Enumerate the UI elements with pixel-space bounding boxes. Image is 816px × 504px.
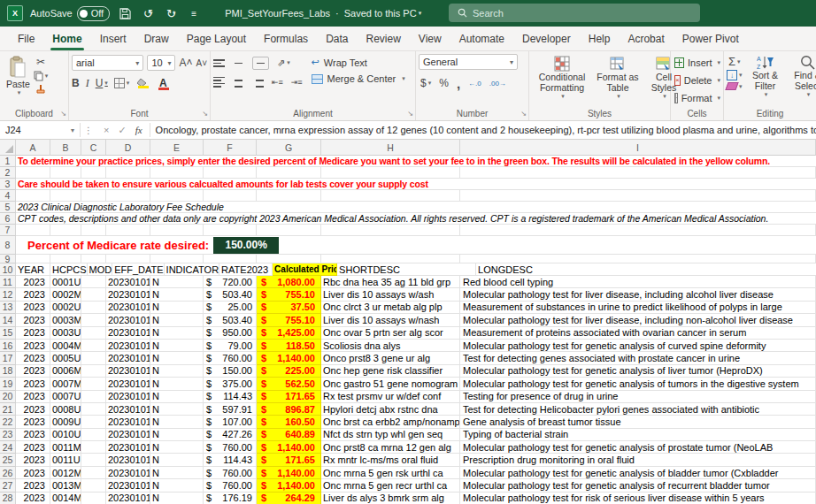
cell-A13[interactable]: 2023 xyxy=(16,302,50,314)
cell-I24[interactable]: Molecular pathology test for genetic ana… xyxy=(460,441,816,454)
insert-function-icon[interactable]: fx xyxy=(135,125,142,135)
row-header-24[interactable]: 24 xyxy=(0,441,16,454)
tab-automate[interactable]: Automate xyxy=(450,28,513,50)
row-header-13[interactable]: 13 xyxy=(0,302,16,314)
orientation-icon[interactable]: ⇗ xyxy=(277,57,290,69)
cell-F19[interactable]: $375.00 xyxy=(204,378,257,390)
cell-E28[interactable]: N xyxy=(150,493,204,504)
tab-data[interactable]: Data xyxy=(317,28,357,50)
cell-C11[interactable] xyxy=(81,276,106,288)
cell-F14[interactable]: $503.40 xyxy=(204,314,257,326)
cell-I22[interactable]: Gene analysis of breast tumor tissue xyxy=(460,416,816,428)
tab-power-pivot[interactable]: Power Pivot xyxy=(674,28,748,50)
cell-C26[interactable] xyxy=(81,467,106,479)
cell-B13[interactable]: 0002U xyxy=(50,302,81,314)
cell-B17[interactable]: 0005U xyxy=(50,352,81,364)
tab-review[interactable]: Review xyxy=(357,28,409,50)
sort-filter-button[interactable]: AZ Sort & Filter xyxy=(746,54,785,106)
cell-A8[interactable]: Percent of Medicare rate desired:150.00% xyxy=(16,236,816,255)
cell-G17[interactable]: $1,140.00 xyxy=(257,352,321,364)
cell-E16[interactable]: N xyxy=(150,340,204,352)
cell-A18[interactable]: 2023 xyxy=(16,365,50,378)
cell-C12[interactable] xyxy=(81,288,106,301)
cell-B2[interactable] xyxy=(50,167,81,179)
cell-D18[interactable]: 20230101 xyxy=(106,365,150,378)
cell-G28[interactable]: $264.29 xyxy=(257,493,321,504)
column-header-C[interactable]: C xyxy=(81,140,106,156)
cell-G21[interactable]: $896.87 xyxy=(257,403,321,416)
redo-icon[interactable]: ↻▾ xyxy=(163,5,179,21)
cell-I21[interactable]: Test for detecting Helicobacter pylori g… xyxy=(460,403,816,416)
cell-C16[interactable] xyxy=(81,340,106,352)
cell-G4[interactable] xyxy=(257,190,321,202)
cell-E7[interactable] xyxy=(150,225,204,236)
cell-C19[interactable] xyxy=(81,378,106,390)
cell-D2[interactable] xyxy=(106,167,150,179)
cell-C4[interactable] xyxy=(81,190,106,202)
format-cells-button[interactable]: Format xyxy=(674,89,720,106)
column-header-F[interactable]: F xyxy=(204,140,257,156)
comma-format-icon[interactable]: , xyxy=(457,76,460,91)
cell-A25[interactable]: 2023 xyxy=(16,454,50,466)
cell-A28[interactable]: 2023 xyxy=(16,493,50,504)
cell-E21[interactable]: N xyxy=(150,403,204,416)
tab-file[interactable]: File xyxy=(9,28,43,50)
cell-F25[interactable]: $114.43 xyxy=(204,454,257,466)
row-header-8[interactable]: 8 xyxy=(0,236,16,255)
column-header-G[interactable]: G xyxy=(257,140,321,156)
cell-F2[interactable] xyxy=(204,167,257,179)
cell-G10[interactable]: Calculated Price xyxy=(273,263,337,276)
cell-B20[interactable]: 0007U xyxy=(50,391,81,403)
clipboard-dialog-launcher-icon[interactable]: ↘ xyxy=(60,111,66,118)
format-painter-icon[interactable] xyxy=(34,84,49,95)
cell-E15[interactable]: N xyxy=(150,327,204,340)
cell-D14[interactable]: 20230101 xyxy=(106,314,150,326)
cell-A19[interactable]: 2023 xyxy=(16,378,50,390)
cell-F9[interactable] xyxy=(204,255,257,263)
cell-E13[interactable]: N xyxy=(150,302,204,314)
percent-value-box[interactable]: 150.00% xyxy=(213,237,279,254)
cell-I4[interactable] xyxy=(460,190,816,202)
cell-G7[interactable] xyxy=(257,225,321,236)
cell-A27[interactable]: 2023 xyxy=(16,479,50,492)
row-header-3[interactable]: 3 xyxy=(0,179,16,190)
cell-H10[interactable]: SHORTDESC xyxy=(337,263,476,276)
tab-help[interactable]: Help xyxy=(580,28,620,50)
cell-F10[interactable]: RATE2023 xyxy=(219,263,273,276)
cell-I25[interactable]: Prescription drug monitoring in oral flu… xyxy=(460,454,816,466)
cell-D10[interactable]: EFF_DATE xyxy=(112,263,164,276)
enter-icon[interactable]: ✓ xyxy=(118,125,126,136)
cell-F18[interactable]: $150.00 xyxy=(204,365,257,378)
cell-D4[interactable] xyxy=(106,190,150,202)
cell-D24[interactable]: 20230101 xyxy=(106,441,150,454)
cell-H22[interactable]: Onc brst ca erbb2 amp/nonamp xyxy=(321,416,460,428)
cell-H12[interactable]: Liver dis 10 assays w/ash xyxy=(321,288,460,301)
insert-cells-button[interactable]: Insert xyxy=(674,54,720,71)
cell-F13[interactable]: $25.00 xyxy=(204,302,257,314)
cell-G9[interactable] xyxy=(257,255,321,263)
row-header-6[interactable]: 6 xyxy=(0,213,16,225)
cell-G20[interactable]: $171.65 xyxy=(257,391,321,403)
row-header-1[interactable]: 1 xyxy=(0,156,16,167)
cell-F26[interactable]: $760.00 xyxy=(204,467,257,479)
cell-I13[interactable]: Measurement of substances in urine to pr… xyxy=(460,302,816,314)
column-header-D[interactable]: D xyxy=(106,140,150,156)
cell-C2[interactable] xyxy=(81,167,106,179)
cell-E25[interactable]: N xyxy=(150,454,204,466)
cell-H24[interactable]: Onc prst8 ca mrna 12 gen alg xyxy=(321,441,460,454)
align-bottom-icon[interactable] xyxy=(252,57,269,70)
cell-C13[interactable] xyxy=(81,302,106,314)
row-header-7[interactable]: 7 xyxy=(0,225,16,236)
delete-cells-button[interactable]: ×Delete xyxy=(674,72,720,88)
search-input[interactable]: Search xyxy=(449,4,700,22)
cell-H15[interactable]: Onc ovar 5 prtn ser alg scor xyxy=(321,327,460,340)
row-header-19[interactable]: 19 xyxy=(0,378,16,390)
cell-E17[interactable]: N xyxy=(150,352,204,364)
cell-C7[interactable] xyxy=(81,225,106,236)
cell-B12[interactable]: 0002M xyxy=(50,288,81,301)
tab-insert[interactable]: Insert xyxy=(91,28,135,50)
cell-F17[interactable]: $760.00 xyxy=(204,352,257,364)
cell-C27[interactable] xyxy=(81,479,106,492)
cell-H11[interactable]: Rbc dna hea 35 ag 11 bld grp xyxy=(321,276,460,288)
cell-C10[interactable]: MOD xyxy=(88,263,113,276)
